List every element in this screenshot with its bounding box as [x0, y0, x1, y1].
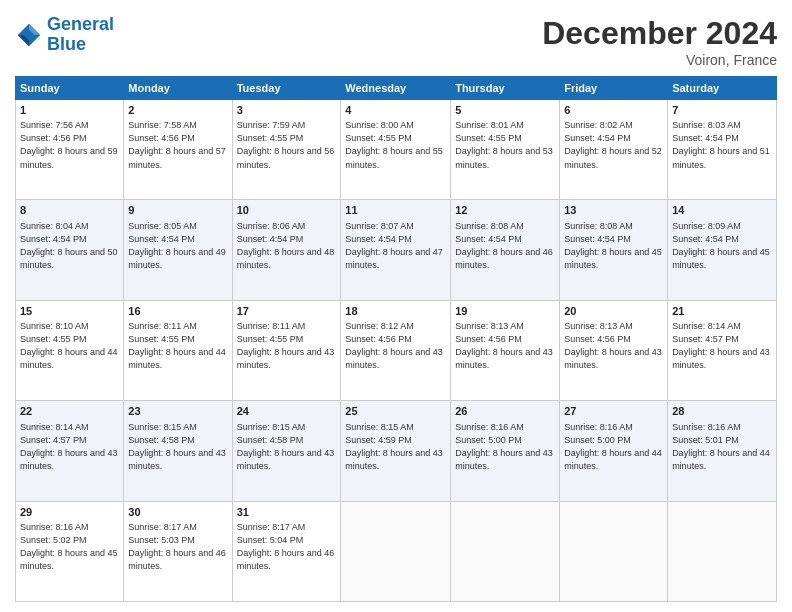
- week-row-3: 15Sunrise: 8:10 AMSunset: 4:55 PMDayligh…: [16, 300, 777, 400]
- cell-info: Sunrise: 8:16 AMSunset: 5:00 PMDaylight:…: [455, 421, 555, 473]
- calendar-table: SundayMondayTuesdayWednesdayThursdayFrid…: [15, 76, 777, 602]
- title-block: December 2024 Voiron, France: [542, 15, 777, 68]
- day-number: 30: [128, 505, 227, 520]
- cell-info: Sunrise: 8:10 AMSunset: 4:55 PMDaylight:…: [20, 320, 119, 372]
- cell-info: Sunrise: 8:11 AMSunset: 4:55 PMDaylight:…: [237, 320, 337, 372]
- calendar-cell: 4Sunrise: 8:00 AMSunset: 4:55 PMDaylight…: [341, 100, 451, 200]
- day-number: 11: [345, 203, 446, 218]
- week-row-4: 22Sunrise: 8:14 AMSunset: 4:57 PMDayligh…: [16, 401, 777, 501]
- cell-info: Sunrise: 8:16 AMSunset: 5:02 PMDaylight:…: [20, 521, 119, 573]
- day-number: 14: [672, 203, 772, 218]
- logo-text: GeneralBlue: [47, 15, 114, 55]
- week-row-1: 1Sunrise: 7:56 AMSunset: 4:56 PMDaylight…: [16, 100, 777, 200]
- calendar-cell: 25Sunrise: 8:15 AMSunset: 4:59 PMDayligh…: [341, 401, 451, 501]
- calendar-cell: 18Sunrise: 8:12 AMSunset: 4:56 PMDayligh…: [341, 300, 451, 400]
- cell-info: Sunrise: 8:04 AMSunset: 4:54 PMDaylight:…: [20, 220, 119, 272]
- calendar-cell: [341, 501, 451, 601]
- cell-info: Sunrise: 8:17 AMSunset: 5:03 PMDaylight:…: [128, 521, 227, 573]
- week-row-5: 29Sunrise: 8:16 AMSunset: 5:02 PMDayligh…: [16, 501, 777, 601]
- header: GeneralBlue December 2024 Voiron, France: [15, 15, 777, 68]
- cell-info: Sunrise: 8:14 AMSunset: 4:57 PMDaylight:…: [20, 421, 119, 473]
- day-number: 29: [20, 505, 119, 520]
- cell-info: Sunrise: 8:02 AMSunset: 4:54 PMDaylight:…: [564, 119, 663, 171]
- calendar-cell: 8Sunrise: 8:04 AMSunset: 4:54 PMDaylight…: [16, 200, 124, 300]
- calendar-cell: 15Sunrise: 8:10 AMSunset: 4:55 PMDayligh…: [16, 300, 124, 400]
- calendar-cell: 31Sunrise: 8:17 AMSunset: 5:04 PMDayligh…: [232, 501, 341, 601]
- logo: GeneralBlue: [15, 15, 114, 55]
- day-number: 1: [20, 103, 119, 118]
- day-number: 3: [237, 103, 337, 118]
- day-number: 4: [345, 103, 446, 118]
- day-number: 21: [672, 304, 772, 319]
- day-number: 19: [455, 304, 555, 319]
- day-number: 6: [564, 103, 663, 118]
- day-header-thursday: Thursday: [451, 77, 560, 100]
- cell-info: Sunrise: 8:13 AMSunset: 4:56 PMDaylight:…: [455, 320, 555, 372]
- cell-info: Sunrise: 8:08 AMSunset: 4:54 PMDaylight:…: [564, 220, 663, 272]
- day-number: 27: [564, 404, 663, 419]
- cell-info: Sunrise: 8:00 AMSunset: 4:55 PMDaylight:…: [345, 119, 446, 171]
- day-number: 2: [128, 103, 227, 118]
- day-number: 13: [564, 203, 663, 218]
- day-header-monday: Monday: [124, 77, 232, 100]
- cell-info: Sunrise: 8:13 AMSunset: 4:56 PMDaylight:…: [564, 320, 663, 372]
- day-number: 24: [237, 404, 337, 419]
- day-number: 23: [128, 404, 227, 419]
- cell-info: Sunrise: 8:14 AMSunset: 4:57 PMDaylight:…: [672, 320, 772, 372]
- header-row: SundayMondayTuesdayWednesdayThursdayFrid…: [16, 77, 777, 100]
- calendar-cell: 21Sunrise: 8:14 AMSunset: 4:57 PMDayligh…: [668, 300, 777, 400]
- calendar-cell: 29Sunrise: 8:16 AMSunset: 5:02 PMDayligh…: [16, 501, 124, 601]
- day-number: 8: [20, 203, 119, 218]
- cell-info: Sunrise: 8:01 AMSunset: 4:55 PMDaylight:…: [455, 119, 555, 171]
- cell-info: Sunrise: 8:15 AMSunset: 4:58 PMDaylight:…: [237, 421, 337, 473]
- day-number: 20: [564, 304, 663, 319]
- calendar-cell: 6Sunrise: 8:02 AMSunset: 4:54 PMDaylight…: [560, 100, 668, 200]
- cell-info: Sunrise: 8:03 AMSunset: 4:54 PMDaylight:…: [672, 119, 772, 171]
- calendar-cell: 24Sunrise: 8:15 AMSunset: 4:58 PMDayligh…: [232, 401, 341, 501]
- calendar-cell: 23Sunrise: 8:15 AMSunset: 4:58 PMDayligh…: [124, 401, 232, 501]
- day-number: 25: [345, 404, 446, 419]
- cell-info: Sunrise: 7:59 AMSunset: 4:55 PMDaylight:…: [237, 119, 337, 171]
- day-header-wednesday: Wednesday: [341, 77, 451, 100]
- cell-info: Sunrise: 8:16 AMSunset: 5:01 PMDaylight:…: [672, 421, 772, 473]
- day-number: 28: [672, 404, 772, 419]
- logo-icon: [15, 21, 43, 49]
- day-number: 5: [455, 103, 555, 118]
- day-number: 18: [345, 304, 446, 319]
- cell-info: Sunrise: 8:11 AMSunset: 4:55 PMDaylight:…: [128, 320, 227, 372]
- week-row-2: 8Sunrise: 8:04 AMSunset: 4:54 PMDaylight…: [16, 200, 777, 300]
- calendar-cell: 11Sunrise: 8:07 AMSunset: 4:54 PMDayligh…: [341, 200, 451, 300]
- calendar-cell: 12Sunrise: 8:08 AMSunset: 4:54 PMDayligh…: [451, 200, 560, 300]
- calendar-cell: 14Sunrise: 8:09 AMSunset: 4:54 PMDayligh…: [668, 200, 777, 300]
- page: GeneralBlue December 2024 Voiron, France…: [0, 0, 792, 612]
- cell-info: Sunrise: 8:09 AMSunset: 4:54 PMDaylight:…: [672, 220, 772, 272]
- calendar-cell: 28Sunrise: 8:16 AMSunset: 5:01 PMDayligh…: [668, 401, 777, 501]
- calendar-cell: 27Sunrise: 8:16 AMSunset: 5:00 PMDayligh…: [560, 401, 668, 501]
- calendar-cell: 5Sunrise: 8:01 AMSunset: 4:55 PMDaylight…: [451, 100, 560, 200]
- calendar-cell: 22Sunrise: 8:14 AMSunset: 4:57 PMDayligh…: [16, 401, 124, 501]
- cell-info: Sunrise: 8:08 AMSunset: 4:54 PMDaylight:…: [455, 220, 555, 272]
- day-number: 7: [672, 103, 772, 118]
- cell-info: Sunrise: 8:15 AMSunset: 4:58 PMDaylight:…: [128, 421, 227, 473]
- calendar-cell: 13Sunrise: 8:08 AMSunset: 4:54 PMDayligh…: [560, 200, 668, 300]
- cell-info: Sunrise: 8:07 AMSunset: 4:54 PMDaylight:…: [345, 220, 446, 272]
- calendar-cell: [560, 501, 668, 601]
- day-header-saturday: Saturday: [668, 77, 777, 100]
- day-number: 12: [455, 203, 555, 218]
- day-number: 22: [20, 404, 119, 419]
- calendar-cell: 9Sunrise: 8:05 AMSunset: 4:54 PMDaylight…: [124, 200, 232, 300]
- day-number: 10: [237, 203, 337, 218]
- day-number: 15: [20, 304, 119, 319]
- calendar-cell: 16Sunrise: 8:11 AMSunset: 4:55 PMDayligh…: [124, 300, 232, 400]
- cell-info: Sunrise: 8:05 AMSunset: 4:54 PMDaylight:…: [128, 220, 227, 272]
- calendar-cell: 2Sunrise: 7:58 AMSunset: 4:56 PMDaylight…: [124, 100, 232, 200]
- calendar-cell: 10Sunrise: 8:06 AMSunset: 4:54 PMDayligh…: [232, 200, 341, 300]
- day-header-sunday: Sunday: [16, 77, 124, 100]
- day-number: 17: [237, 304, 337, 319]
- cell-info: Sunrise: 8:06 AMSunset: 4:54 PMDaylight:…: [237, 220, 337, 272]
- calendar-cell: 7Sunrise: 8:03 AMSunset: 4:54 PMDaylight…: [668, 100, 777, 200]
- day-number: 9: [128, 203, 227, 218]
- cell-info: Sunrise: 7:56 AMSunset: 4:56 PMDaylight:…: [20, 119, 119, 171]
- calendar-cell: 19Sunrise: 8:13 AMSunset: 4:56 PMDayligh…: [451, 300, 560, 400]
- cell-info: Sunrise: 8:15 AMSunset: 4:59 PMDaylight:…: [345, 421, 446, 473]
